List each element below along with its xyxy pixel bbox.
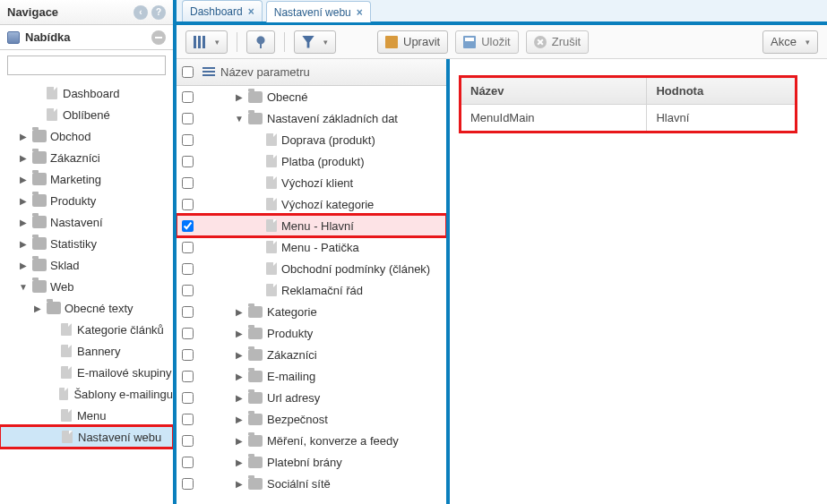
search-input[interactable]: [7, 56, 166, 75]
document-icon: [47, 108, 57, 121]
grid-row[interactable]: Výchozí kategorie: [177, 193, 446, 215]
save-icon: [463, 36, 476, 48]
details-col-value: Hodnota: [647, 77, 797, 105]
grid-row[interactable]: ▶Sociální sítě: [177, 473, 446, 494]
sidebar-menu-title: Nabídka: [25, 30, 151, 44]
nav-help-icon[interactable]: ?: [151, 5, 166, 20]
row-checkbox[interactable]: [182, 134, 194, 146]
row-checkbox[interactable]: [182, 349, 194, 361]
nav-item-label: Marketing: [50, 173, 101, 186]
save-button[interactable]: Uložit: [455, 30, 519, 54]
chevron-right-icon: ▶: [235, 457, 244, 467]
document-icon: [266, 262, 277, 275]
grid-row[interactable]: ▼Nastavení základních dat: [177, 107, 446, 129]
actions-button[interactable]: Akce: [762, 30, 818, 54]
row-checkbox[interactable]: [182, 371, 194, 382]
nav-item[interactable]: ▶Obchod: [0, 125, 173, 147]
tab[interactable]: Dashboard×: [182, 0, 263, 21]
grid-row-label: Menu - Hlavní: [281, 219, 354, 233]
grid-row[interactable]: Menu - Patička: [177, 236, 446, 258]
columns-button[interactable]: [185, 30, 228, 54]
folder-icon: [32, 194, 47, 207]
nav-item-label: Obecné texty: [65, 302, 134, 315]
row-checkbox[interactable]: [182, 156, 194, 167]
select-all-checkbox[interactable]: [182, 66, 194, 78]
grid-row[interactable]: Doprava (produkt): [177, 129, 446, 150]
nav-back-icon[interactable]: ‹: [134, 5, 148, 20]
row-checkbox[interactable]: [182, 435, 194, 447]
grid-row[interactable]: Výchozí klient: [177, 172, 446, 193]
nav-item-label: Sklad: [50, 259, 80, 272]
grid-row[interactable]: Menu - Hlavní: [177, 215, 446, 236]
nav-item[interactable]: ▼Web: [0, 276, 173, 297]
row-checkbox[interactable]: [182, 328, 194, 339]
grid-row[interactable]: ▶Měření, konverze a feedy: [177, 430, 446, 451]
tab[interactable]: Nastavení webu×: [266, 1, 371, 22]
nav-item[interactable]: Šablony e-mailingu: [0, 383, 173, 405]
grid-row[interactable]: Obchodní podmínky (článek): [177, 258, 446, 279]
grid-body: ▶Obecné▼Nastavení základních datDoprava …: [177, 86, 446, 504]
nav-item[interactable]: ▶Statistiky: [0, 233, 173, 254]
chevron-right-icon: ▶: [235, 479, 244, 489]
row-checkbox[interactable]: [182, 177, 194, 189]
grid-row[interactable]: ▶Produkty: [177, 322, 446, 344]
filter-button[interactable]: [294, 30, 336, 54]
cancel-button[interactable]: Zrušit: [526, 30, 590, 54]
row-checkbox[interactable]: [182, 478, 194, 490]
grid-row[interactable]: ▶Kategorie: [177, 301, 446, 322]
grid-row[interactable]: ▶Platební brány: [177, 451, 446, 473]
nav-item[interactable]: ▶Marketing: [0, 168, 173, 190]
row-checkbox[interactable]: [182, 285, 194, 296]
collapse-icon[interactable]: [151, 30, 166, 45]
pin-button[interactable]: [246, 30, 275, 54]
document-icon: [47, 87, 57, 99]
close-icon[interactable]: ×: [248, 5, 254, 18]
row-checkbox[interactable]: [182, 414, 194, 425]
nav-item[interactable]: ▶Sklad: [0, 254, 173, 276]
nav-item[interactable]: ▶Zákazníci: [0, 147, 173, 168]
document-icon: [266, 219, 277, 232]
nav-item-label: Web: [50, 280, 74, 294]
nav-item[interactable]: Oblíbené: [0, 104, 173, 125]
nav-item[interactable]: Dashboard: [0, 82, 173, 104]
close-icon[interactable]: ×: [357, 6, 363, 19]
row-checkbox[interactable]: [182, 113, 194, 124]
cancel-icon: [534, 36, 547, 48]
nav-item-label: Menu: [77, 409, 107, 423]
row-checkbox[interactable]: [182, 199, 194, 210]
nav-item[interactable]: ▶Obecné texty: [0, 297, 173, 319]
nav-item[interactable]: Menu: [0, 405, 173, 426]
grid-row[interactable]: Platba (produkt): [177, 150, 446, 172]
chevron-right-icon: ▶: [18, 261, 29, 270]
row-checkbox[interactable]: [182, 242, 194, 253]
grid-row-label: Nastavení základních dat: [267, 112, 398, 125]
nav-item[interactable]: Nastavení webu: [0, 426, 173, 448]
grid-row[interactable]: ▶Zákazníci: [177, 344, 446, 365]
row-checkbox[interactable]: [182, 263, 194, 275]
grid-row[interactable]: ▶Obecné: [177, 86, 446, 107]
nav-item-label: Šablony e-mailingu: [73, 388, 173, 401]
nav-item[interactable]: E-mailové skupiny: [0, 362, 173, 383]
edit-button[interactable]: Upravit: [377, 30, 448, 54]
row-checkbox[interactable]: [182, 91, 194, 103]
chevron-right-icon: ▶: [18, 239, 29, 249]
grid-row[interactable]: Reklamační řád: [177, 279, 446, 301]
nav-item[interactable]: Bannery: [0, 340, 173, 362]
document-icon: [61, 366, 72, 379]
nav-item[interactable]: ▶Produkty: [0, 190, 173, 211]
tab-label: Dashboard: [190, 5, 243, 18]
grid-row[interactable]: ▶E-mailing: [177, 365, 446, 387]
row-checkbox[interactable]: [182, 220, 194, 232]
folder-icon: [32, 173, 47, 185]
folder-icon: [248, 435, 263, 447]
grid-row[interactable]: ▶Url adresy: [177, 387, 446, 408]
grid-row-label: E-mailing: [267, 370, 315, 383]
row-checkbox[interactable]: [182, 457, 194, 468]
row-checkbox[interactable]: [182, 306, 194, 318]
nav-item[interactable]: Kategorie článků: [0, 319, 173, 340]
document-icon: [266, 176, 277, 189]
nav-item[interactable]: ▶Nastavení: [0, 211, 173, 233]
nav-item-label: Oblíbené: [63, 108, 110, 122]
row-checkbox[interactable]: [182, 392, 194, 404]
grid-row[interactable]: ▶Bezpečnost: [177, 408, 446, 430]
